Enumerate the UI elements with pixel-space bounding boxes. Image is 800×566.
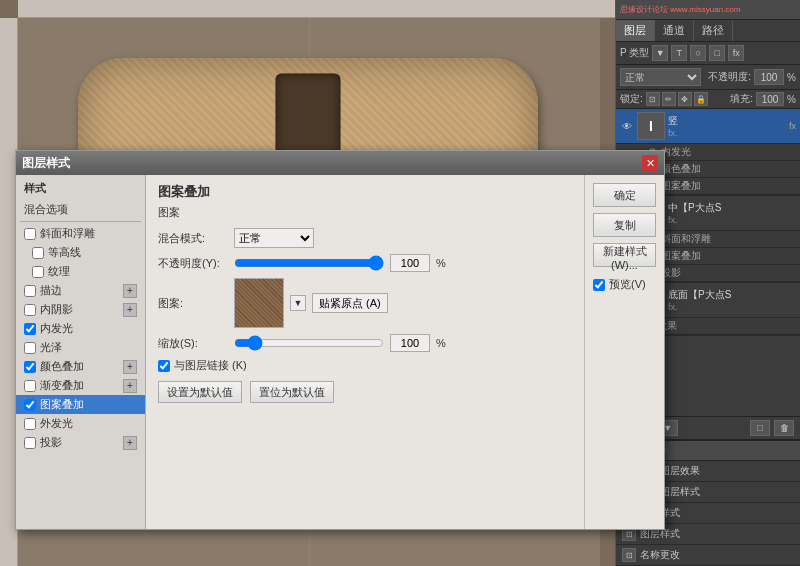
inner-glow-label: 内发光 — [40, 321, 73, 336]
new-style-btn[interactable]: 新建样式 (W)... — [593, 243, 656, 267]
restore-btn[interactable]: 置位为默认值 — [250, 381, 334, 403]
sidebar-inner-shadow[interactable]: 内阴影 + — [16, 300, 145, 319]
dialog-main-content: 图案叠加 图案 混合模式: 正常 不透明度(Y): % 图案: ▼ — [146, 175, 584, 529]
dialog-close-button[interactable]: ✕ — [642, 155, 658, 171]
copy-btn[interactable]: 复制 — [593, 213, 656, 237]
bevel-checkbox[interactable] — [24, 228, 36, 240]
history-icon-5: ⊡ — [622, 548, 636, 562]
sidebar-drop-shadow[interactable]: 投影 + — [16, 433, 145, 452]
layer-sub-2: fx. — [668, 215, 796, 225]
contour-checkbox[interactable] — [32, 247, 44, 259]
layer-info-3: 底面【P大点S fx. — [668, 288, 796, 312]
delete-layer-btn[interactable]: 🗑 — [774, 420, 794, 436]
stroke-checkbox[interactable] — [24, 285, 36, 297]
lock-paint-icon[interactable]: ✏ — [662, 92, 676, 106]
tab-paths[interactable]: 路径 — [694, 20, 733, 41]
drop-shadow-label: 投影 — [40, 435, 62, 450]
sidebar-outer-glow[interactable]: 外发光 — [16, 414, 145, 433]
opacity-percent-label: % — [436, 257, 446, 269]
scale-percent-label: % — [436, 337, 446, 349]
fill-input[interactable] — [756, 92, 784, 106]
reset-btn[interactable]: 设置为默认值 — [158, 381, 242, 403]
section-title: 图案叠加 — [158, 183, 572, 201]
filter-icon[interactable]: T — [671, 45, 687, 61]
drop-shadow-checkbox[interactable] — [24, 437, 36, 449]
filter-icon4[interactable]: fx — [728, 45, 744, 61]
blend-mode-select[interactable]: 正常 — [620, 68, 701, 86]
color-overlay-checkbox[interactable] — [24, 361, 36, 373]
sidebar-inner-glow[interactable]: 内发光 — [16, 319, 145, 338]
layer-info-1: 竖 fx. — [668, 114, 786, 138]
satin-checkbox[interactable] — [24, 342, 36, 354]
preview-label: 预览(V) — [609, 277, 646, 292]
layer-fx-label-1: fx — [789, 121, 796, 131]
sidebar-pattern-overlay[interactable]: 图案叠加 — [16, 395, 145, 414]
preview-checkbox[interactable] — [593, 279, 605, 291]
gradient-overlay-plus[interactable]: + — [123, 379, 137, 393]
lock-transparent-icon[interactable]: ⊡ — [646, 92, 660, 106]
satin-label: 光泽 — [40, 340, 62, 355]
blend-mode-form-label: 混合模式: — [158, 231, 228, 246]
effect-name-color: 颜色叠加 — [661, 162, 701, 176]
tab-layers[interactable]: 图层 — [616, 20, 655, 41]
pattern-row: 图案: ▼ 贴紧原点 (A) — [158, 278, 572, 328]
layer-sub-1: fx. — [668, 128, 786, 138]
link-checkbox[interactable] — [158, 360, 170, 372]
effect-name-pattern: 图案叠加 — [661, 179, 701, 193]
outer-glow-checkbox[interactable] — [24, 418, 36, 430]
sidebar-blend-options[interactable]: 混合选项 — [16, 200, 145, 219]
layer-item-1[interactable]: 👁 I 竖 fx. fx — [616, 109, 800, 144]
lock-all-icon[interactable]: 🔒 — [694, 92, 708, 106]
lock-move-icon[interactable]: ✥ — [678, 92, 692, 106]
scale-slider[interactable] — [234, 336, 384, 350]
sidebar-satin[interactable]: 光泽 — [16, 338, 145, 357]
dialog-blend-mode-select[interactable]: 正常 — [234, 228, 314, 248]
sidebar-stroke[interactable]: 描边 + — [16, 281, 145, 300]
watermark-text: 思缘设计论坛 www.missyuan.com — [620, 4, 740, 15]
tab-channels[interactable]: 通道 — [655, 20, 694, 41]
pattern-overlay-checkbox[interactable] — [24, 399, 36, 411]
lock-row: 锁定: ⊡ ✏ ✥ 🔒 填充: % — [616, 90, 800, 109]
texture-checkbox[interactable] — [32, 266, 44, 278]
sidebar-contour[interactable]: 等高线 — [16, 243, 145, 262]
inner-shadow-plus[interactable]: + — [123, 303, 137, 317]
scale-form-input[interactable] — [390, 334, 430, 352]
stroke-label: 描边 — [40, 283, 62, 298]
layer-name-2: 中【P大点S — [668, 201, 796, 215]
filter-icon3[interactable]: □ — [709, 45, 725, 61]
opacity-slider[interactable] — [234, 256, 384, 270]
filter-icon2[interactable]: ○ — [690, 45, 706, 61]
drop-shadow-plus[interactable]: + — [123, 436, 137, 450]
inner-glow-checkbox[interactable] — [24, 323, 36, 335]
sub-title: 图案 — [158, 205, 572, 220]
inner-shadow-checkbox[interactable] — [24, 304, 36, 316]
search-label: P 类型 — [620, 46, 649, 60]
fill-label: 填充: — [730, 92, 753, 106]
color-overlay-label: 颜色叠加 — [40, 359, 84, 374]
history-item-5[interactable]: ⊡ 名称更改 — [616, 545, 800, 566]
divider-1 — [20, 221, 141, 222]
preview-row: 预览(V) — [593, 277, 656, 292]
fill-percent: % — [787, 94, 796, 105]
pattern-preview[interactable] — [234, 278, 284, 328]
pattern-arrow-btn[interactable]: ▼ — [290, 295, 306, 311]
gradient-overlay-checkbox[interactable] — [24, 380, 36, 392]
color-overlay-plus[interactable]: + — [123, 360, 137, 374]
new-layer-btn[interactable]: □ — [750, 420, 770, 436]
dialog-body: 样式 混合选项 斜面和浮雕 等高线 纹理 描边 + — [16, 175, 664, 529]
opacity-label-small: 不透明度: — [708, 70, 751, 84]
outer-glow-label: 外发光 — [40, 416, 73, 431]
opacity-input[interactable] — [754, 69, 784, 85]
layer-info-2: 中【P大点S fx. — [668, 201, 796, 225]
eye-icon-1[interactable]: 👁 — [620, 119, 634, 133]
ok-btn[interactable]: 确定 — [593, 183, 656, 207]
layer-type-btn[interactable]: ▼ — [652, 45, 668, 61]
sidebar-gradient-overlay[interactable]: 渐变叠加 + — [16, 376, 145, 395]
snap-btn[interactable]: 贴紧原点 (A) — [312, 293, 388, 313]
sidebar-color-overlay[interactable]: 颜色叠加 + — [16, 357, 145, 376]
opacity-form-input[interactable] — [390, 254, 430, 272]
lock-label: 锁定: — [620, 92, 643, 106]
sidebar-bevel[interactable]: 斜面和浮雕 — [16, 224, 145, 243]
sidebar-texture[interactable]: 纹理 — [16, 262, 145, 281]
stroke-plus[interactable]: + — [123, 284, 137, 298]
